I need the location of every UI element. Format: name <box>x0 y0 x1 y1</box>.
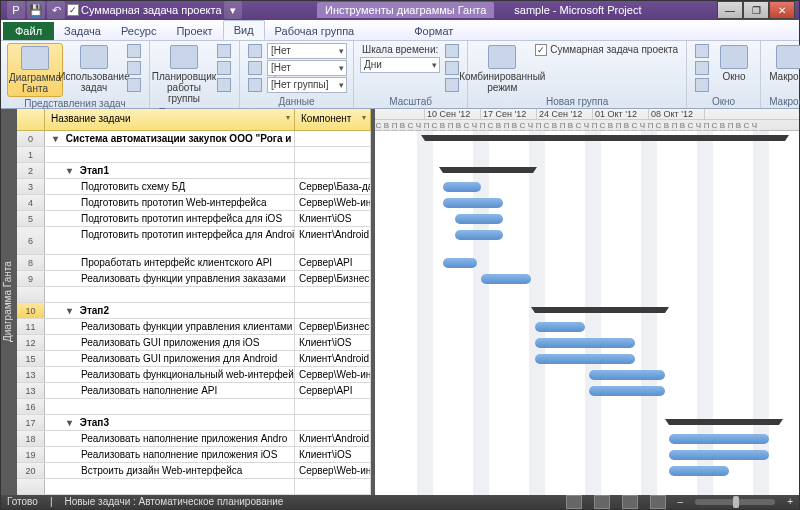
app-icon[interactable]: P <box>7 1 25 19</box>
cell-component[interactable] <box>295 147 371 162</box>
task-bar[interactable] <box>455 214 503 224</box>
task-bar[interactable] <box>669 434 769 444</box>
gantt-chart-button[interactable]: Диаграмма Ганта <box>7 43 63 97</box>
row-header[interactable]: 4 <box>17 195 45 210</box>
row-header[interactable]: 0 <box>17 131 45 146</box>
row-header[interactable]: 19 <box>17 447 45 462</box>
task-bar[interactable] <box>589 370 665 380</box>
arrange-button[interactable] <box>693 60 711 76</box>
summary-task-checkbox[interactable]: ✓Суммарная задача проекта <box>533 43 680 57</box>
cell-name[interactable] <box>45 399 295 414</box>
summary-bar[interactable] <box>443 167 533 173</box>
row-header[interactable] <box>17 479 45 494</box>
cell-name[interactable]: Реализовать наполнение приложения iOS <box>45 447 295 462</box>
window-button[interactable]: Окно <box>714 43 754 84</box>
view-task-button[interactable] <box>594 495 610 509</box>
table-row[interactable]: 2▾ Этап1 <box>17 163 371 179</box>
row-header[interactable]: 18 <box>17 431 45 446</box>
cell-component[interactable]: Сервер\Бизнес- <box>295 271 371 286</box>
row-header[interactable]: 1 <box>17 147 45 162</box>
row-header[interactable]: 6 <box>17 227 45 254</box>
table-row[interactable]: 19Реализовать наполнение приложения iOSК… <box>17 447 371 463</box>
cell-component[interactable]: Клиент\iOS <box>295 211 371 226</box>
summary-bar[interactable] <box>425 135 785 141</box>
table-row[interactable]: 13Реализовать наполнение APIСервер\API <box>17 383 371 399</box>
table-row[interactable]: 8Проработать интерфейс клиентского APIСе… <box>17 255 371 271</box>
cell-name[interactable]: ▾ Система автоматизации закупок ООО "Рог… <box>45 131 295 146</box>
cell-name[interactable] <box>45 147 295 162</box>
table-row[interactable]: 13Реализовать функциональный web-интерфе… <box>17 367 371 383</box>
cell-name[interactable]: ▾ Этап2 <box>45 303 295 318</box>
qat-customize-icon[interactable]: ▾ <box>224 1 242 19</box>
row-header[interactable]: 2 <box>17 163 45 178</box>
calendar-button[interactable] <box>125 60 143 76</box>
table-row[interactable] <box>17 479 371 495</box>
group-dropdown[interactable]: [Нет группы] <box>267 77 347 93</box>
task-bar[interactable] <box>443 258 477 268</box>
cell-name[interactable]: Реализовать наполнение API <box>45 383 295 398</box>
table-row[interactable]: 9Реализовать функции управления заказами… <box>17 271 371 287</box>
hide-button[interactable] <box>693 77 711 93</box>
cell-component[interactable]: Сервер\Web-ин <box>295 367 371 382</box>
tab-file[interactable]: Файл <box>3 22 54 40</box>
table-row[interactable]: 0▾ Система автоматизации закупок ООО "Ро… <box>17 131 371 147</box>
table-row[interactable]: 10▾ Этап2 <box>17 303 371 319</box>
qat-summary-checkbox[interactable]: ✓ <box>67 4 79 16</box>
corner-cell[interactable] <box>17 109 45 130</box>
view-gantt-button[interactable] <box>566 495 582 509</box>
row-header[interactable]: 11 <box>17 319 45 334</box>
column-component[interactable]: Компонент <box>295 109 371 130</box>
highlight-dropdown[interactable]: [Нет выделено] <box>267 43 347 59</box>
cell-name[interactable]: Реализовать функциональный web-интерфейс <box>45 367 295 382</box>
task-bar[interactable] <box>589 386 665 396</box>
row-header[interactable]: 16 <box>17 399 45 414</box>
resource-usage-button[interactable] <box>215 43 233 59</box>
cell-component[interactable]: Сервер\API <box>295 255 371 270</box>
cell-component[interactable] <box>295 287 371 302</box>
sort-button[interactable] <box>246 43 264 59</box>
cell-component[interactable]: Клиент\iOS <box>295 447 371 462</box>
row-header[interactable]: 5 <box>17 211 45 226</box>
new-window-button[interactable] <box>693 43 711 59</box>
tab-task[interactable]: Задача <box>54 22 111 40</box>
row-header[interactable]: 20 <box>17 463 45 478</box>
side-tab-gantt[interactable]: Диаграмма Ганта <box>1 109 17 495</box>
table-row[interactable]: 3Подготовить схему БДСервер\База-да <box>17 179 371 195</box>
row-header[interactable]: 13 <box>17 367 45 382</box>
tab-team[interactable]: Рабочая группа <box>265 22 365 40</box>
outline-toggle-icon[interactable]: ▾ <box>53 131 63 146</box>
zoom-slider[interactable] <box>695 499 775 505</box>
cell-name[interactable]: ▾ Этап1 <box>45 163 295 178</box>
cell-component[interactable] <box>295 163 371 178</box>
table-row[interactable]: 11Реализовать функции управления клиента… <box>17 319 371 335</box>
view-team-button[interactable] <box>622 495 638 509</box>
team-planner-button[interactable]: Планировщик работы группы <box>156 43 212 106</box>
row-header[interactable] <box>17 287 45 302</box>
qat-save-icon[interactable]: 💾 <box>27 1 45 19</box>
task-bar[interactable] <box>455 230 503 240</box>
row-header[interactable]: 17 <box>17 415 45 430</box>
close-button[interactable]: ✕ <box>769 1 795 19</box>
cell-component[interactable] <box>295 131 371 146</box>
task-bar[interactable] <box>443 198 503 208</box>
gantt-body[interactable] <box>375 131 799 495</box>
task-bar[interactable] <box>535 338 635 348</box>
table-row[interactable]: 17▾ Этап3 <box>17 415 371 431</box>
table-row[interactable]: 12Реализовать GUI приложения для iOSКлие… <box>17 335 371 351</box>
tab-resource[interactable]: Ресурс <box>111 22 166 40</box>
row-header[interactable]: 12 <box>17 335 45 350</box>
cell-component[interactable] <box>295 399 371 414</box>
resource-sheet-button[interactable] <box>215 60 233 76</box>
task-bar[interactable] <box>443 182 481 192</box>
cell-component[interactable]: Клиент\Android <box>295 351 371 366</box>
cell-component[interactable]: Сервер\Web-ин <box>295 463 371 478</box>
task-bar[interactable] <box>535 354 635 364</box>
cell-name[interactable]: Подготовить прототип интерфейса для Andr… <box>45 227 295 254</box>
cell-component[interactable] <box>295 303 371 318</box>
cell-name[interactable]: Реализовать GUI приложения для iOS <box>45 335 295 350</box>
cell-name[interactable]: Реализовать функции управления заказами <box>45 271 295 286</box>
cell-component[interactable] <box>295 415 371 430</box>
outline-toggle-icon[interactable]: ▾ <box>67 415 77 430</box>
cell-name[interactable]: Реализовать наполнение приложения Andro <box>45 431 295 446</box>
macros-button[interactable]: Макросы <box>767 43 800 84</box>
